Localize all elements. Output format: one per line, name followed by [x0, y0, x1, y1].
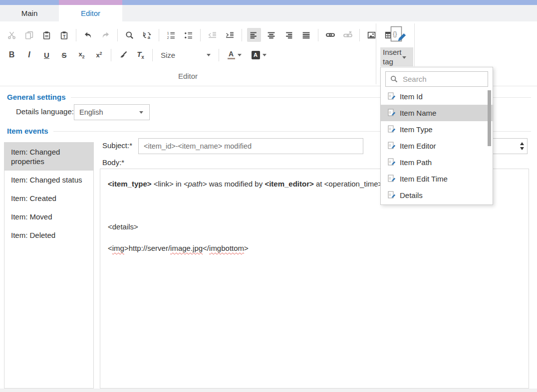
svg-text:{}: {} [393, 30, 397, 37]
tab-main[interactable]: Main [0, 5, 59, 21]
underline-button[interactable]: U [40, 48, 54, 62]
insert-tag-menu-item[interactable]: ()Details [381, 187, 494, 203]
insert-image-button[interactable] [365, 28, 379, 42]
increase-indent-button[interactable] [223, 28, 237, 42]
menu-item-label: Item Edit Time [400, 175, 448, 183]
body-text-segment: <link> in [152, 180, 184, 188]
body-text-segment: <path> [184, 180, 207, 188]
tag-icon: () [388, 142, 395, 150]
chevron-down-icon [207, 54, 211, 56]
body-paragraph: <details> [108, 221, 521, 232]
superscript-button[interactable]: x2 [92, 48, 106, 62]
align-center-button[interactable] [265, 28, 278, 42]
event-list-item[interactable]: Item: Changed properties [4, 143, 93, 171]
insert-tag-menu-item[interactable]: ()Item Type [381, 121, 494, 138]
remove-format-button[interactable]: Tx [134, 48, 148, 62]
cut-button[interactable] [5, 28, 19, 42]
insert-tag-menu-item[interactable]: ()Item Path [381, 154, 494, 171]
justify-button[interactable] [299, 28, 313, 42]
menu-item-label: Item Id [400, 92, 423, 101]
body-text-segment: >http://server/ [124, 244, 170, 252]
notification-editor-window: Main Editor Tba12 BIUSx2x2TxSizeAA Edito… [0, 0, 537, 392]
menu-item-label: Item Name [400, 109, 436, 117]
toolbar-separator [200, 29, 201, 41]
item-events-title: Item events [7, 127, 48, 135]
active-tab-accent [59, 0, 122, 5]
background-color-button[interactable]: A [249, 48, 269, 62]
insert-tag-search-box[interactable] [385, 71, 488, 87]
spinner-up-icon[interactable] [520, 142, 524, 145]
subject-label: Subject:* [102, 141, 132, 150]
body-text-segment: <item_editor> [265, 180, 313, 188]
menu-scrollbar-thumb[interactable] [488, 90, 491, 146]
decrease-indent-button[interactable] [206, 28, 220, 42]
details-language-label: Details language: [16, 107, 74, 116]
strikethrough-button[interactable]: S [57, 48, 71, 62]
insert-link-button[interactable] [323, 28, 337, 42]
align-right-button[interactable] [282, 28, 296, 42]
bullet-list-button[interactable] [182, 28, 196, 42]
font-size-select[interactable]: Size [158, 48, 214, 62]
body-label: Body:* [102, 158, 124, 167]
misspelled-text: img [112, 244, 124, 252]
svg-text:a: a [148, 35, 151, 39]
insert-tag-label-line2: tag [383, 57, 393, 66]
spinner-down-icon[interactable] [520, 147, 524, 150]
bold-button[interactable]: B [5, 48, 19, 62]
insert-tag-menu-item[interactable]: ()Item Edit Time [381, 171, 494, 187]
event-list-item[interactable]: Item: Moved [4, 207, 93, 226]
svg-text:T: T [63, 34, 66, 39]
tab-editor[interactable]: Editor [59, 5, 122, 22]
search-input[interactable] [402, 74, 479, 84]
tag-icon: () [388, 92, 395, 101]
toolbar-row-2: BIUSx2x2TxSizeAA [3, 47, 271, 62]
insert-tag-label-line1: Insert [383, 48, 402, 56]
event-list-item[interactable]: Item: Deleted [4, 226, 93, 244]
numbered-list-button[interactable]: 12 [164, 28, 178, 42]
undo-button[interactable] [81, 28, 95, 42]
ribbon-tabbar: Main Editor [0, 5, 537, 21]
body-paragraph: <img>http://server/image.jpg</imgbottom> [108, 243, 521, 254]
insert-tag-menu-item[interactable]: ()Item Name [381, 105, 494, 121]
chevron-down-icon [238, 54, 242, 56]
item-events-list: Item: Changed propertiesItem: Changed st… [4, 142, 94, 389]
svg-text:(): () [389, 127, 391, 130]
copy-button[interactable] [22, 28, 36, 42]
menu-item-label: Item Type [400, 125, 433, 134]
italic-button[interactable]: I [22, 48, 36, 62]
subject-input[interactable] [138, 138, 363, 154]
find-button[interactable] [123, 28, 137, 42]
details-language-select[interactable]: English [74, 104, 150, 120]
align-left-button[interactable] [247, 28, 261, 42]
replace-button[interactable]: ba [140, 28, 154, 42]
misspelled-text: imgbottom [209, 244, 244, 252]
menu-item-label: Item Editor [400, 142, 436, 150]
menu-item-label: Item Path [400, 158, 432, 167]
format-painter-button[interactable] [116, 48, 130, 62]
svg-text:1: 1 [167, 31, 169, 35]
remove-link-button[interactable] [341, 28, 355, 42]
svg-text:(): () [389, 94, 391, 97]
subscript-button[interactable]: x2 [75, 48, 89, 62]
toolbar-row-1: Tba12 [3, 27, 398, 42]
tag-icon: () [388, 191, 395, 199]
svg-text:2: 2 [167, 36, 169, 39]
svg-text:(): () [389, 111, 391, 114]
paste-plain-text-button[interactable]: T [57, 28, 71, 42]
misspelled-text: image.jpg [170, 244, 203, 252]
svg-text:(): () [389, 193, 391, 196]
toolbar-separator [359, 29, 360, 41]
paste-button[interactable] [40, 28, 54, 42]
body-text-segment: <item_type> [108, 180, 152, 188]
toolbar-separator [117, 29, 118, 41]
details-language-value: English [79, 108, 103, 116]
redo-button[interactable] [99, 28, 113, 42]
insert-tag-label: Insert tag [380, 47, 413, 66]
event-list-item[interactable]: Item: Changed status [4, 171, 93, 189]
text-color-button[interactable]: A [224, 48, 245, 62]
chevron-down-icon [139, 111, 143, 114]
insert-tag-menu-item[interactable]: ()Item Editor [381, 138, 494, 154]
event-list-item[interactable]: Item: Created [4, 189, 93, 207]
body-text-segment: < [108, 244, 112, 252]
insert-tag-menu-item[interactable]: ()Item Id [381, 88, 494, 105]
